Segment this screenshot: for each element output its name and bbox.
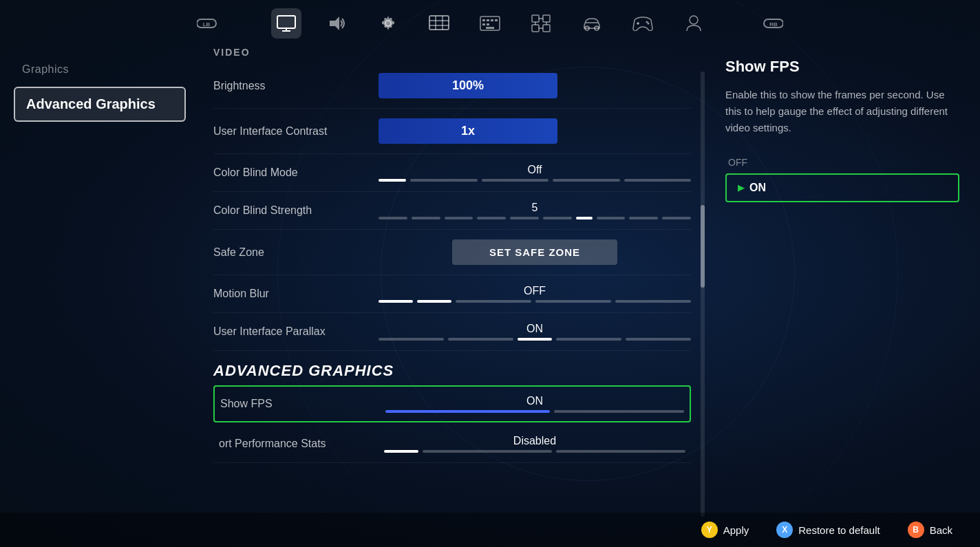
svg-rect-19 (486, 27, 494, 29)
advanced-graphics-header: ADVANCED GRAPHICS (213, 351, 691, 385)
nav-car[interactable] (577, 8, 607, 39)
svg-rect-17 (482, 23, 485, 25)
svg-rect-13 (482, 19, 485, 21)
show-fps-value: ON (526, 395, 543, 407)
option-on-button[interactable]: ▶ ON (725, 173, 959, 202)
top-nav: LB (0, 0, 980, 44)
sidebar-item-advanced-graphics[interactable]: Advanced Graphics (14, 87, 186, 122)
brightness-row: Brightness 100% (213, 63, 691, 109)
motion-blur-control[interactable]: OFF (379, 285, 691, 303)
svg-rect-14 (487, 19, 489, 21)
show-fps-slider (385, 410, 684, 413)
color-blind-mode-row: Color Blind Mode Off (213, 154, 691, 192)
sidebar-category: Graphics (14, 58, 186, 81)
nav-network[interactable] (526, 8, 556, 39)
svg-rect-22 (532, 25, 539, 32)
ui-parallax-label: User Interface Parallax (213, 325, 379, 338)
restore-label: Restore to default (798, 524, 880, 536)
brightness-value: 100% (392, 78, 544, 93)
safe-zone-label: Safe Zone (213, 246, 379, 259)
performance-stats-slider (384, 450, 685, 453)
scrollbar-track[interactable] (701, 72, 705, 517)
option-off-label: OFF (725, 157, 959, 168)
nav-profile[interactable] (679, 8, 709, 39)
lb-bumper-icon[interactable]: LB (193, 8, 223, 39)
safe-zone-row: Safe Zone SET SAFE ZONE (213, 230, 691, 275)
info-description: Enable this to show the frames per secon… (725, 87, 959, 136)
performance-stats-label: ort Performance Stats (219, 438, 384, 450)
back-action[interactable]: B Back (908, 522, 952, 538)
ui-parallax-slider (379, 338, 691, 341)
sidebar: Graphics Advanced Graphics (0, 44, 200, 544)
rb-bumper-icon[interactable]: RB (757, 8, 787, 39)
performance-stats-value: Disabled (513, 435, 556, 447)
svg-rect-23 (543, 25, 550, 32)
safe-zone-control: SET SAFE ZONE (379, 239, 691, 265)
nav-gamepad[interactable] (628, 8, 658, 39)
color-blind-strength-slider (379, 217, 691, 219)
info-title: Show FPS (725, 58, 959, 76)
settings-list: Brightness 100% User Interface Contrast … (213, 63, 691, 351)
color-blind-mode-control[interactable]: Off (379, 164, 691, 182)
svg-point-34 (648, 23, 650, 25)
color-blind-mode-label: Color Blind Mode (213, 167, 379, 179)
ui-parallax-value: ON (526, 323, 543, 335)
performance-stats-control[interactable]: Disabled (384, 435, 685, 453)
motion-blur-slider (379, 300, 691, 303)
ui-contrast-label: User Interface Contrast (213, 125, 379, 138)
nav-audio[interactable] (322, 8, 352, 39)
show-fps-label: Show FPS (220, 398, 385, 410)
nav-keyboard[interactable] (475, 8, 505, 39)
svg-rect-21 (543, 15, 550, 22)
ui-contrast-control[interactable]: 1x (379, 118, 557, 144)
color-blind-strength-control[interactable]: 5 (379, 202, 691, 219)
right-panel: Show FPS Enable this to show the frames … (705, 44, 980, 544)
color-blind-mode-slider (379, 179, 691, 182)
svg-rect-7 (429, 16, 449, 30)
color-blind-mode-value: Off (527, 164, 542, 176)
svg-rect-15 (491, 19, 493, 21)
nav-monitor[interactable] (271, 8, 301, 39)
show-fps-control[interactable]: ON (385, 395, 684, 413)
bottom-bar: Y Apply X Restore to default B Back (0, 513, 980, 547)
color-blind-strength-label: Color Blind Strength (213, 204, 379, 217)
brightness-label: Brightness (213, 80, 379, 92)
video-section-label: VIDEO (213, 44, 691, 63)
main-layout: Graphics Advanced Graphics VIDEO Brightn… (0, 44, 980, 544)
nav-display2[interactable] (424, 8, 454, 39)
set-safe-zone-button[interactable]: SET SAFE ZONE (452, 239, 617, 265)
apply-label: Apply (723, 524, 749, 536)
svg-rect-16 (495, 19, 498, 21)
color-blind-strength-row: Color Blind Strength 5 (213, 192, 691, 230)
restore-button-icon: X (776, 522, 793, 538)
center-panel: VIDEO Brightness 100% User Interface Con… (200, 44, 705, 544)
motion-blur-row: Motion Blur OFF (213, 275, 691, 313)
svg-rect-18 (487, 23, 489, 25)
option-on-label: ON (749, 182, 766, 194)
ui-parallax-row: User Interface Parallax ON (213, 313, 691, 351)
option-arrow-icon: ▶ (738, 183, 744, 193)
svg-marker-5 (330, 17, 339, 30)
nav-settings[interactable] (373, 8, 403, 39)
ui-contrast-value: 1x (392, 124, 544, 138)
restore-action[interactable]: X Restore to default (776, 522, 880, 538)
svg-text:RB: RB (769, 21, 778, 28)
apply-button-icon: Y (701, 522, 718, 538)
svg-rect-2 (277, 16, 295, 28)
back-label: Back (930, 524, 952, 536)
show-fps-row[interactable]: Show FPS ON (213, 385, 691, 422)
svg-point-35 (690, 16, 698, 24)
color-blind-strength-value: 5 (532, 202, 538, 214)
back-button-icon: B (908, 522, 924, 538)
motion-blur-value: OFF (524, 285, 546, 297)
brightness-control[interactable]: 100% (379, 73, 557, 98)
apply-action[interactable]: Y Apply (701, 522, 749, 538)
performance-stats-row: ort Performance Stats Disabled (213, 425, 691, 463)
svg-text:LB: LB (203, 21, 211, 28)
scrollbar-thumb[interactable] (701, 205, 705, 288)
ui-contrast-row: User Interface Contrast 1x (213, 109, 691, 154)
ui-parallax-control[interactable]: ON (379, 323, 691, 341)
svg-rect-20 (532, 15, 539, 22)
motion-blur-label: Motion Blur (213, 288, 379, 300)
